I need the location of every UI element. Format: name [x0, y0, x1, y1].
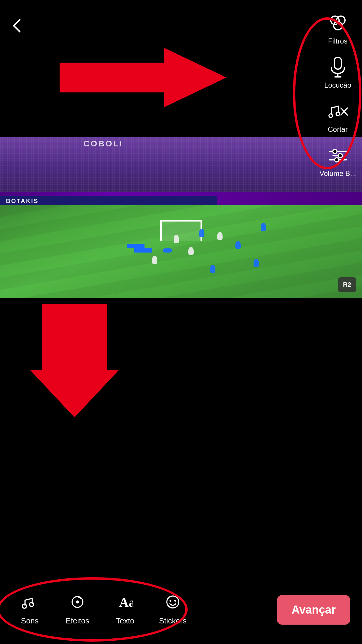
- field-marker-2: [134, 248, 152, 253]
- player-white-1: [174, 235, 179, 243]
- svg-point-6: [329, 114, 333, 117]
- sons-icon: [22, 594, 38, 613]
- goal: [160, 220, 202, 241]
- tab-texto[interactable]: Aa Texto: [101, 588, 149, 631]
- right-sidebar: Filtros Locução Cortar: [319, 12, 356, 178]
- toolbar-tabs: Sons Efeitos Aa Texto: [6, 588, 277, 631]
- video-area: COBOLI BOTAKIS: [0, 137, 362, 298]
- svg-point-21: [76, 600, 79, 603]
- player-blue-3: [261, 223, 266, 231]
- sidebar-item-filtros[interactable]: Filtros: [327, 12, 349, 45]
- svg-point-15: [335, 158, 339, 162]
- sidebar-item-locucao[interactable]: Locução: [324, 56, 351, 89]
- player-ground: [163, 248, 172, 253]
- tab-efeitos[interactable]: Efeitos: [54, 588, 101, 631]
- player-blue-5: [210, 265, 215, 273]
- stickers-label: Stickers: [159, 616, 187, 626]
- coboli-text: COBOLI: [83, 139, 123, 148]
- soccer-field: COBOLI BOTAKIS: [0, 137, 362, 298]
- field-marker-1: [127, 244, 145, 248]
- cortar-icon: [327, 100, 349, 123]
- sidebar-item-cortar[interactable]: Cortar: [327, 100, 349, 134]
- player-blue-4: [254, 259, 259, 267]
- field-surface: R2: [0, 205, 362, 298]
- cortar-label: Cortar: [328, 125, 348, 134]
- svg-point-25: [174, 600, 176, 602]
- sons-label: Sons: [21, 616, 38, 626]
- tab-sons[interactable]: Sons: [6, 588, 54, 631]
- top-area: [0, 0, 362, 143]
- player-white-4: [152, 256, 157, 264]
- svg-text:Aa: Aa: [119, 595, 133, 610]
- stickers-icon: [165, 594, 181, 613]
- r2-badge: R2: [338, 277, 356, 292]
- filtros-icon: [327, 12, 349, 35]
- volume-icon: [327, 144, 349, 167]
- bottom-toolbar: Sons Efeitos Aa Texto: [0, 575, 362, 644]
- player-white-2: [188, 247, 194, 255]
- ad-board: BOTAKIS: [0, 196, 217, 206]
- svg-point-23: [167, 596, 179, 608]
- svg-point-13: [333, 149, 337, 154]
- tab-stickers[interactable]: Stickers: [149, 588, 197, 631]
- svg-point-19: [29, 602, 34, 606]
- svg-point-7: [336, 112, 340, 116]
- svg-point-14: [338, 154, 342, 158]
- svg-rect-3: [334, 57, 341, 69]
- filtros-label: Filtros: [328, 37, 347, 45]
- player-white-3: [217, 232, 223, 240]
- sidebar-item-volume[interactable]: Volume B...: [319, 144, 356, 178]
- locucao-label: Locução: [324, 81, 351, 89]
- texto-icon: Aa: [117, 594, 133, 613]
- volume-label: Volume B...: [319, 169, 356, 178]
- avancar-button[interactable]: Avançar: [277, 595, 350, 625]
- svg-point-18: [22, 604, 27, 608]
- efeitos-label: Efeitos: [66, 616, 89, 626]
- back-button[interactable]: [9, 18, 24, 37]
- texto-label: Texto: [116, 616, 134, 626]
- locucao-icon: [327, 56, 349, 79]
- efeitos-icon: [70, 594, 85, 613]
- player-blue-1: [199, 229, 204, 237]
- svg-point-24: [170, 600, 171, 602]
- botakis-text: BOTAKIS: [6, 198, 39, 205]
- crowd-area: COBOLI: [0, 137, 362, 197]
- player-blue-2: [235, 241, 241, 249]
